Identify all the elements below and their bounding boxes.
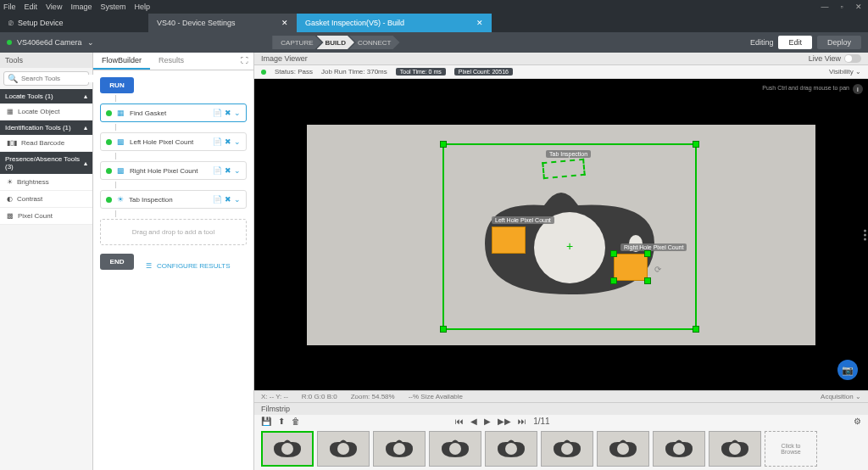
viewer-title: Image Viewer xyxy=(261,54,308,63)
thumbnail[interactable] xyxy=(429,431,481,467)
next-icon[interactable]: ▶▶ xyxy=(498,417,511,426)
roi-right-hole[interactable] xyxy=(614,254,648,281)
save-icon[interactable]: 💾 xyxy=(261,417,271,426)
tab-active-label: Gasket Inspection(V5) - Build xyxy=(305,19,404,27)
capture-fab[interactable]: 📷 xyxy=(837,360,858,380)
deploy-button[interactable]: Deploy xyxy=(817,36,861,49)
prev-icon[interactable]: ◀ xyxy=(470,417,477,426)
step-build[interactable]: BUILD xyxy=(317,36,354,49)
group-presence[interactable]: Presence/Absence Tools (3)▴ xyxy=(0,152,92,174)
delete-icon[interactable]: ✖ xyxy=(225,166,231,175)
flow-tab-builder[interactable]: FlowBuilder xyxy=(93,53,150,70)
image-canvas[interactable]: i Push Ctrl and drag mouse to pan + xyxy=(254,79,868,390)
chevron-down-icon[interactable]: ⌄ xyxy=(234,166,241,175)
dropzone[interactable]: Drag and drop to add a tool xyxy=(100,219,247,245)
status-value: Pass xyxy=(298,68,313,76)
chevron-down-icon[interactable]: ⌄ xyxy=(234,137,241,146)
workflow-progress: CAPTURE BUILD CONNECT xyxy=(272,36,399,49)
window-minimize-icon[interactable]: — xyxy=(819,3,831,11)
editing-label: Editing xyxy=(750,38,774,47)
group-identification[interactable]: Identification Tools (1)▴ xyxy=(0,120,92,135)
menu-help[interactable]: Help xyxy=(134,3,150,11)
copy-icon[interactable]: 📄 xyxy=(213,137,222,146)
window-maximize-icon[interactable]: ▫ xyxy=(836,3,848,11)
visibility-dropdown[interactable]: Visibility ⌄ xyxy=(829,68,861,76)
gear-icon[interactable]: ⚙ xyxy=(854,417,861,426)
thumbnail[interactable] xyxy=(485,431,537,467)
flow-panel: FlowBuilder Results ⛶ RUN ▦ Find Gasket … xyxy=(93,53,254,470)
tool-time-pill: Tool Time: 0 ms xyxy=(396,68,446,76)
tab-setup-device[interactable]: ⎚ Setup Device xyxy=(0,14,148,32)
node-run[interactable]: RUN xyxy=(100,77,134,93)
play-icon[interactable]: ▶ xyxy=(484,417,491,426)
menu-edit[interactable]: Edit xyxy=(25,3,38,11)
thumbnail[interactable] xyxy=(709,431,761,467)
delete-icon[interactable]: ✖ xyxy=(225,195,231,204)
svg-point-12 xyxy=(729,443,741,455)
tab-device-settings[interactable]: VS40 - Device Settings ✕ xyxy=(148,14,297,32)
expand-icon[interactable]: ⛶ xyxy=(236,53,253,70)
copy-icon[interactable]: 📄 xyxy=(213,166,222,175)
filmstrip-thumbnails: Click toBrowse xyxy=(254,428,868,470)
tool-pixel-count[interactable]: ▩Pixel Count xyxy=(0,208,92,225)
node-right-hole[interactable]: ▩ Right Hole Pixel Count 📄✖⌄ xyxy=(100,161,247,180)
menu-view[interactable]: View xyxy=(46,3,62,11)
delete-icon[interactable]: ✖ xyxy=(225,109,231,117)
first-icon[interactable]: ⏮ xyxy=(455,417,464,426)
camera-selector[interactable]: VS406e6d Camera ⌄ xyxy=(7,38,94,47)
thumbnail[interactable] xyxy=(541,431,593,467)
tool-read-barcode[interactable]: ▮▯▮Read Barcode xyxy=(0,135,92,152)
copy-icon[interactable]: 📄 xyxy=(213,109,222,117)
node-end[interactable]: END xyxy=(100,254,134,270)
menu-image[interactable]: Image xyxy=(70,3,92,11)
trash-icon[interactable]: 🗑 xyxy=(292,417,300,426)
thumbnail[interactable] xyxy=(317,431,370,467)
thumbnail[interactable] xyxy=(261,431,314,467)
node-label: Find Gasket xyxy=(130,109,166,117)
acquisition-dropdown[interactable]: Acquisition ⌄ xyxy=(821,393,861,400)
last-icon[interactable]: ⏭ xyxy=(518,417,526,426)
menu-system[interactable]: System xyxy=(100,3,125,11)
tools-search[interactable]: 🔍 xyxy=(3,71,89,86)
tool-contrast[interactable]: ◐Contrast xyxy=(0,191,92,208)
drag-handle-icon[interactable] xyxy=(864,229,866,240)
info-icon[interactable]: i xyxy=(853,84,863,94)
node-tab-inspection[interactable]: ☀ Tab Inspection 📄✖⌄ xyxy=(100,190,247,209)
thumbnail[interactable] xyxy=(653,431,705,467)
delete-icon[interactable]: ✖ xyxy=(225,137,231,146)
flow-tab-results[interactable]: Results xyxy=(150,53,192,70)
node-left-hole[interactable]: ▩ Left Hole Pixel Count 📄✖⌄ xyxy=(100,132,247,151)
roi-left-hole[interactable] xyxy=(492,227,526,254)
svg-point-8 xyxy=(505,443,517,455)
configure-results-link[interactable]: ☰ CONFIGURE RESULTS xyxy=(146,262,231,270)
upload-icon[interactable]: ⬆ xyxy=(278,417,285,426)
roi-tab[interactable] xyxy=(542,158,586,178)
sun-icon: ☀ xyxy=(117,195,124,204)
edit-button[interactable]: Edit xyxy=(778,36,812,49)
list-icon: ☰ xyxy=(146,262,152,270)
close-icon[interactable]: ✕ xyxy=(476,19,483,27)
window-close-icon[interactable]: ✕ xyxy=(853,3,865,11)
close-icon[interactable]: ✕ xyxy=(281,19,288,27)
live-view-toggle[interactable] xyxy=(844,54,861,63)
tab-gasket-inspection[interactable]: Gasket Inspection(V5) - Build ✕ xyxy=(297,14,492,32)
grid-icon: ▦ xyxy=(117,109,125,117)
tool-locate-object[interactable]: ▦Locate Object xyxy=(0,104,92,120)
thumbnail[interactable] xyxy=(373,431,426,467)
grid-icon: ▦ xyxy=(7,108,14,115)
thumbnail-browse[interactable]: Click toBrowse xyxy=(765,431,817,467)
runtime-label: Job Run Time: xyxy=(321,68,365,76)
chevron-up-icon: ▴ xyxy=(84,92,87,100)
tool-brightness[interactable]: ☀Brightness xyxy=(0,174,92,191)
thumbnail[interactable] xyxy=(597,431,649,467)
menu-file[interactable]: File xyxy=(3,3,16,11)
step-connect[interactable]: CONNECT xyxy=(349,36,400,49)
group-locate[interactable]: Locate Tools (1)▴ xyxy=(0,89,92,104)
step-capture[interactable]: CAPTURE xyxy=(272,36,321,49)
node-find-gasket[interactable]: ▦ Find Gasket 📄✖⌄ xyxy=(100,104,247,122)
chevron-down-icon[interactable]: ⌄ xyxy=(234,109,241,117)
rotate-handle-icon[interactable]: ⟳ xyxy=(654,265,661,274)
copy-icon[interactable]: 📄 xyxy=(213,195,222,204)
pixel-icon: ▩ xyxy=(7,212,14,220)
chevron-down-icon[interactable]: ⌄ xyxy=(234,195,241,204)
